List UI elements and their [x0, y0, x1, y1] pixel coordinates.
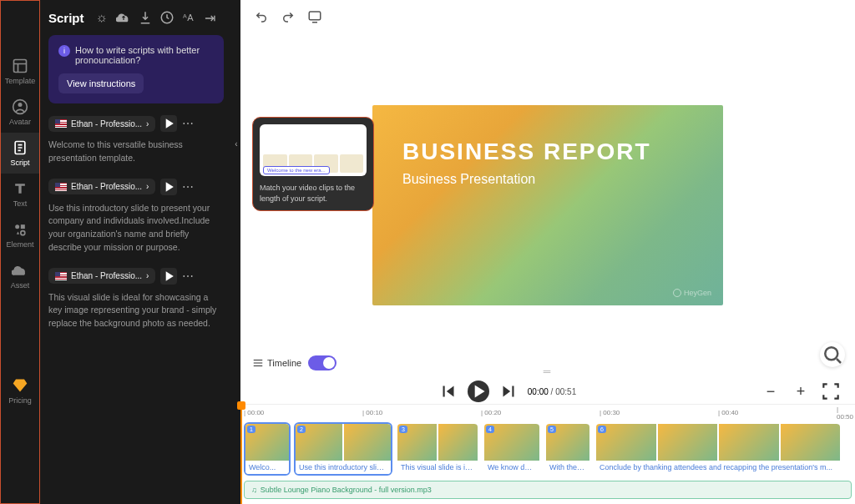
timeline-clip[interactable]: 4We know dat...	[483, 422, 541, 476]
clip-label: Conclude by thanking attendees and recap…	[596, 461, 840, 474]
clip-label: Use this introductory slide ...	[296, 461, 391, 474]
fit-timeline-button[interactable]	[820, 381, 842, 402]
clip-label: We know dat...	[484, 461, 539, 474]
ruler-tick: | 00:40	[718, 409, 738, 416]
timeline-clip[interactable]: 5With the d...	[544, 422, 591, 476]
rail-element[interactable]: Element	[1, 214, 39, 255]
clip-label: With the d...	[546, 461, 589, 474]
slide-subtitle: Business Presentation	[402, 172, 693, 187]
script-block[interactable]: Ethan - Professio...›⋯Use this introduct…	[48, 179, 224, 255]
brand-watermark: HeyGen	[673, 289, 711, 297]
prev-button[interactable]	[438, 381, 459, 402]
tooltip-text: Match your video clips to the length of …	[260, 183, 367, 204]
rail-text[interactable]: Text	[1, 174, 39, 214]
playhead[interactable]	[240, 405, 242, 504]
svg-point-9	[825, 347, 837, 360]
ruler: | 00:00| 00:10| 00:20| 00:30| 00:40| 00:…	[240, 404, 855, 421]
view-instructions-button[interactable]: View instructions	[58, 73, 144, 93]
timeline-clip[interactable]: 3This visual slide is ide...	[396, 422, 479, 476]
timeline-clip[interactable]: 2Use this introductory slide ...	[294, 422, 392, 476]
undo-button[interactable]	[254, 9, 269, 24]
play-script-button[interactable]	[160, 179, 177, 195]
tooltip-thumb: Welcome to the new era...	[260, 124, 367, 176]
svg-point-6	[21, 231, 25, 235]
rail-pricing[interactable]: Pricing	[1, 370, 39, 411]
playback-bar: 00:00 / 00:51 − +	[240, 377, 855, 406]
svg-point-2	[18, 103, 23, 107]
lightbulb-icon[interactable]: ☼	[94, 10, 109, 25]
rail-avatar[interactable]: Avatar	[1, 92, 39, 133]
ruler-tick: | 00:50	[837, 406, 855, 421]
script-text: Welcome to this versatile business prese…	[48, 139, 224, 165]
timeline-clip[interactable]: 1Welco...	[244, 422, 291, 476]
ruler-tick: | 00:10	[362, 409, 382, 416]
expand-icon[interactable]: ⇥	[203, 10, 218, 25]
preview-button[interactable]	[307, 9, 322, 24]
zoom-fit-button[interactable]	[820, 342, 845, 367]
script-block[interactable]: Ethan - Professio...›⋯This visual slide …	[48, 268, 224, 330]
clip-badge: 1	[247, 426, 255, 433]
asset-icon	[12, 262, 28, 279]
svg-rect-5	[21, 224, 25, 229]
play-script-button[interactable]	[160, 115, 177, 132]
zoom-in-button[interactable]: +	[790, 381, 812, 402]
clip-row: 1Welco...2Use this introductory slide ..…	[240, 421, 855, 477]
timeline[interactable]: | 00:00| 00:10| 00:20| 00:30| 00:40| 00:…	[240, 406, 855, 504]
topbar	[240, 0, 855, 33]
more-button[interactable]: ⋯	[182, 270, 194, 283]
voice-selector[interactable]: Ethan - Professio...›	[48, 179, 155, 194]
slide-preview[interactable]: BUSINESS REPORT Business Presentation He…	[372, 105, 723, 305]
ai-icon[interactable]	[159, 10, 175, 25]
play-script-button[interactable]	[160, 268, 177, 285]
zoom-out-button[interactable]: −	[760, 381, 782, 402]
audio-track[interactable]: ♫Subtle Lounge Piano Background - full v…	[244, 481, 852, 499]
svg-rect-8	[309, 12, 321, 20]
tip-text: How to write scripts with better pronoun…	[75, 45, 214, 65]
script-block[interactable]: Ethan - Professio...›⋯Welcome to this ve…	[48, 115, 224, 165]
play-button[interactable]	[468, 381, 489, 402]
svg-point-4	[15, 224, 19, 229]
main-area: BUSINESS REPORT Business Presentation He…	[240, 0, 855, 504]
clip-label: This visual slide is ide...	[397, 461, 478, 474]
clip-label: Welco...	[245, 461, 289, 474]
rail-script[interactable]: Script	[1, 133, 39, 174]
clip-badge: 2	[297, 426, 306, 433]
text-icon	[12, 180, 28, 197]
panel-divider: ‹	[232, 0, 240, 504]
more-button[interactable]: ⋯	[182, 117, 194, 130]
flag-icon	[55, 272, 67, 280]
element-icon	[12, 221, 28, 238]
clip-badge: 6	[598, 426, 606, 433]
svg-rect-0	[14, 60, 27, 73]
music-icon: ♫	[251, 486, 257, 494]
tooltip-card: Welcome to the new era... Match your vid…	[252, 117, 374, 211]
tip-box: iHow to write scripts with better pronou…	[48, 35, 224, 103]
voice-selector[interactable]: Ethan - Professio...›	[48, 268, 155, 284]
template-icon	[12, 58, 28, 74]
script-title: Script	[48, 11, 84, 25]
clip-badge: 5	[548, 426, 556, 433]
playback-time: 00:00 / 00:51	[528, 387, 576, 396]
ruler-tick: | 00:20	[481, 409, 501, 416]
translate-icon[interactable]: ᴬA	[181, 10, 196, 25]
resize-handle[interactable]: ═	[544, 365, 553, 377]
rail-template[interactable]: Template	[1, 51, 39, 92]
redo-button[interactable]	[281, 9, 296, 24]
timeline-clip[interactable]: 6Conclude by thanking attendees and reca…	[594, 422, 842, 476]
next-button[interactable]	[498, 381, 519, 402]
timeline-toggle[interactable]	[308, 355, 336, 370]
timeline-label: Timeline	[252, 357, 301, 369]
more-button[interactable]: ⋯	[182, 180, 194, 194]
clip-badge: 3	[399, 426, 407, 433]
diamond-icon	[12, 377, 28, 394]
voice-selector[interactable]: Ethan - Professio...›	[48, 116, 155, 132]
download-icon[interactable]	[138, 10, 153, 25]
script-icon	[12, 139, 28, 156]
rail-asset[interactable]: Asset	[1, 255, 39, 296]
canvas[interactable]: BUSINESS REPORT Business Presentation He…	[240, 33, 855, 377]
script-header: Script ☼ ᴬA ⇥	[48, 10, 224, 25]
script-text: Use this introductory slide to present y…	[48, 202, 224, 255]
timeline-toggle-row: Timeline	[252, 355, 336, 370]
left-rail: Template Avatar Script Text Element Asse…	[0, 0, 40, 504]
upload-icon[interactable]	[116, 10, 131, 25]
